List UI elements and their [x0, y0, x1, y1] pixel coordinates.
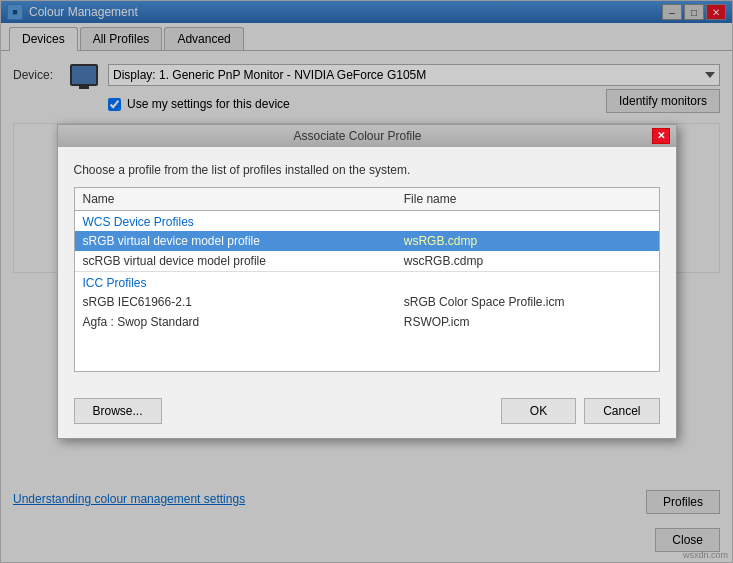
cancel-button[interactable]: Cancel — [584, 398, 659, 424]
table-row[interactable]: sRGB virtual device model profile wsRGB.… — [74, 231, 659, 251]
icc-group-label: ICC Profiles — [74, 272, 659, 292]
profile-name: Agfa : Swop Standard — [74, 312, 396, 332]
icc-group-header: ICC Profiles — [74, 272, 659, 292]
modal-content: Choose a profile from the list of profil… — [58, 147, 676, 389]
table-header-row: Name File name — [74, 187, 659, 210]
profile-name: sRGB virtual device model profile — [74, 231, 396, 251]
wcs-group-label: WCS Device Profiles — [74, 210, 659, 231]
table-row[interactable]: Agfa : Swop Standard RSWOP.icm — [74, 312, 659, 332]
profile-filename: wsRGB.cdmp — [396, 231, 659, 251]
filename-column-header: File name — [396, 187, 659, 210]
profile-filename: sRGB Color Space Profile.icm — [396, 292, 659, 312]
empty-row — [74, 332, 659, 352]
modal-title-bar: Associate Colour Profile ✕ — [58, 125, 676, 147]
table-row[interactable]: sRGB IEC61966-2.1 sRGB Color Space Profi… — [74, 292, 659, 312]
modal-close-button[interactable]: ✕ — [652, 128, 670, 144]
associate-colour-profile-dialog: Associate Colour Profile ✕ Choose a prof… — [57, 124, 677, 440]
profile-filename: RSWOP.icm — [396, 312, 659, 332]
profile-table: Name File name WCS Device Profiles sRGB … — [74, 187, 660, 373]
ok-button[interactable]: OK — [501, 398, 576, 424]
modal-overlay: Associate Colour Profile ✕ Choose a prof… — [1, 1, 732, 562]
table-row[interactable]: scRGB virtual device model profile wscRG… — [74, 251, 659, 271]
browse-button[interactable]: Browse... — [74, 398, 162, 424]
profile-name: scRGB virtual device model profile — [74, 251, 396, 271]
empty-row — [74, 352, 659, 372]
modal-title: Associate Colour Profile — [64, 129, 652, 143]
name-column-header: Name — [74, 187, 396, 210]
modal-footer: Browse... OK Cancel — [58, 388, 676, 438]
modal-description: Choose a profile from the list of profil… — [74, 163, 660, 177]
main-window: ■ Colour Management – □ ✕ Devices All Pr… — [0, 0, 733, 563]
profile-name: sRGB IEC61966-2.1 — [74, 292, 396, 312]
profile-filename: wscRGB.cdmp — [396, 251, 659, 271]
wcs-group-header: WCS Device Profiles — [74, 210, 659, 231]
modal-action-buttons: OK Cancel — [501, 398, 660, 424]
